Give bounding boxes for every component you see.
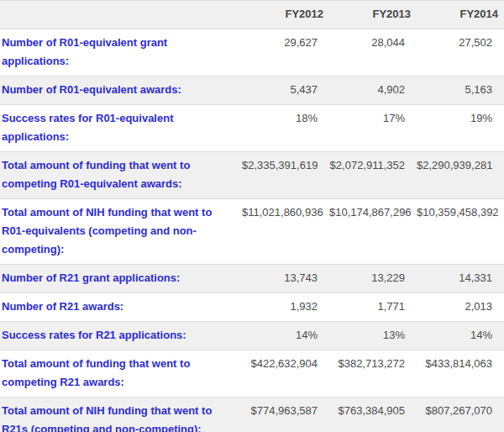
cell-fy2013: 13%	[329, 322, 417, 350]
cell-fy2013: $2,072,911,352	[329, 152, 417, 199]
cell-fy2012: $11,021,860,936	[242, 199, 329, 265]
column-header-fy2012: FY2012	[242, 1, 329, 29]
cell-fy2014: 14%	[417, 322, 504, 350]
table-row: Total amount of funding that went to com…	[0, 152, 504, 199]
row-label: Total amount of funding that went to com…	[0, 350, 242, 398]
cell-fy2014: $10,359,458,392	[417, 199, 504, 265]
row-label: Success rates for R01-equivalent applica…	[0, 105, 242, 152]
cell-fy2012: $422,632,904	[242, 350, 329, 398]
cell-fy2013: 13,229	[329, 265, 417, 293]
cell-fy2012: 14%	[242, 322, 329, 350]
table-header-row: FY2012 FY2013 FY2014	[0, 1, 504, 29]
row-label: Number of R01-equivalent awards:	[0, 76, 242, 105]
cell-fy2014: $2,290,939,281	[417, 152, 504, 199]
table-row: Number of R01-equivalent grant applicati…	[0, 29, 504, 76]
table-row: Number of R21 awards: 1,932 1,771 2,013	[0, 293, 504, 322]
row-label: Number of R01-equivalent grant applicati…	[0, 29, 242, 76]
cell-fy2013: $10,174,867,296	[329, 199, 417, 265]
cell-fy2013: $382,713,272	[329, 350, 417, 398]
table-row: Success rates for R01-equivalent applica…	[0, 105, 504, 152]
table-row: Total amount of funding that went to com…	[0, 350, 504, 398]
cell-fy2012: 29,627	[242, 29, 329, 76]
cell-fy2014: $433,814,063	[417, 350, 504, 398]
cell-fy2014: 5,163	[417, 76, 504, 105]
cell-fy2013: 1,771	[329, 293, 417, 322]
row-label: Number of R21 awards:	[0, 293, 242, 322]
cell-fy2012: 1,932	[242, 293, 329, 322]
cell-fy2012: 18%	[242, 105, 329, 152]
cell-fy2014: 2,013	[417, 293, 504, 322]
table-row: Number of R21 grant applications: 13,743…	[0, 265, 504, 293]
cell-fy2013: $763,384,905	[329, 398, 417, 432]
cell-fy2014: 14,331	[417, 265, 504, 293]
cell-fy2012: 5,437	[242, 76, 329, 105]
cell-fy2014: 19%	[417, 105, 504, 152]
cell-fy2014: $807,267,070	[417, 398, 504, 432]
row-label-header	[0, 1, 242, 29]
row-label: Number of R21 grant applications:	[0, 265, 242, 293]
column-header-fy2014: FY2014	[417, 1, 504, 29]
cell-fy2013: 17%	[329, 105, 417, 152]
cell-fy2013: 28,044	[329, 29, 417, 76]
cell-fy2012: $774,963,587	[242, 398, 329, 432]
cell-fy2012: 13,743	[242, 265, 329, 293]
row-label: Total amount of NIH funding that went to…	[0, 398, 242, 432]
row-label: Success rates for R21 applications:	[0, 322, 242, 350]
table-row: Success rates for R21 applications: 14% …	[0, 322, 504, 350]
column-header-fy2013: FY2013	[329, 1, 417, 29]
row-label: Total amount of funding that went to com…	[0, 152, 242, 199]
row-label: Total amount of NIH funding that went to…	[0, 199, 242, 265]
cell-fy2012: $2,335,391,619	[242, 152, 329, 199]
cell-fy2014: 27,502	[417, 29, 504, 76]
table-row: Total amount of NIH funding that went to…	[0, 199, 504, 265]
table-row: Number of R01-equivalent awards: 5,437 4…	[0, 76, 504, 105]
table-row: Total amount of NIH funding that went to…	[0, 398, 504, 432]
cell-fy2013: 4,902	[329, 76, 417, 105]
grant-stats-table: FY2012 FY2013 FY2014 Number of R01-equiv…	[0, 0, 504, 432]
